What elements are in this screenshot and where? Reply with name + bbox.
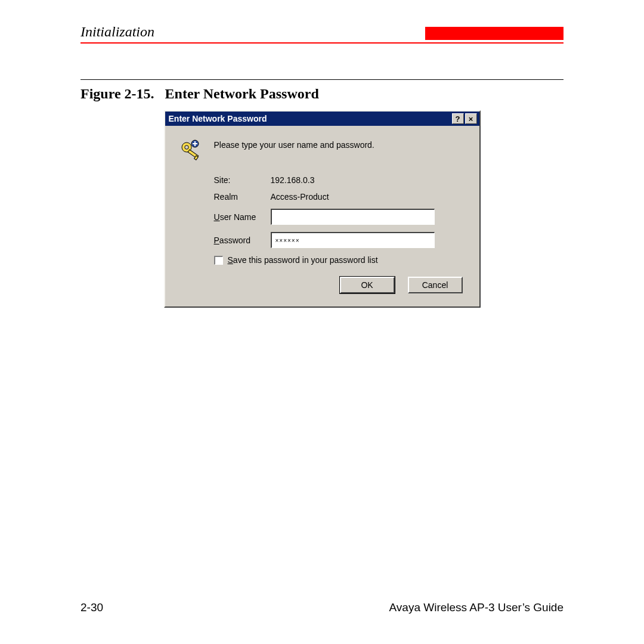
username-label: User Name: [214, 212, 271, 222]
password-label: Password: [214, 236, 271, 245]
password-input[interactable]: [271, 232, 435, 248]
dialog-instruction: Please type your user name and password.: [214, 139, 374, 150]
header-accent-bar: [425, 27, 564, 40]
close-button[interactable]: ×: [465, 113, 477, 124]
figure-title: Enter Network Password: [165, 86, 319, 101]
site-value: 192.168.0.3: [271, 175, 315, 185]
save-password-label: Save this password in your password list: [228, 255, 378, 265]
svg-rect-6: [194, 141, 196, 146]
help-button[interactable]: ?: [452, 113, 464, 124]
realm-label: Realm: [214, 192, 271, 202]
save-password-checkbox[interactable]: [214, 256, 223, 265]
cancel-button[interactable]: Cancel: [408, 277, 463, 293]
dialog-titlebar[interactable]: Enter Network Password ? ×: [165, 112, 479, 126]
network-password-dialog: Enter Network Password ? ×: [164, 110, 481, 308]
figure-rule: [80, 79, 564, 80]
site-label: Site:: [214, 175, 271, 185]
dialog-title: Enter Network Password: [169, 114, 267, 123]
guide-title: Avaya Wireless AP-3 User’s Guide: [389, 601, 564, 614]
page-number: 2-30: [80, 601, 103, 614]
ok-button[interactable]: OK: [340, 277, 395, 293]
key-icon: [179, 139, 203, 165]
figure-label: Figure 2-15.: [80, 86, 154, 101]
section-title: Initialization: [80, 24, 154, 40]
username-input[interactable]: [271, 209, 435, 225]
header-rule: [80, 42, 564, 44]
svg-point-1: [184, 145, 188, 149]
realm-value: Access-Product: [271, 192, 329, 202]
figure-caption: Figure 2-15.Enter Network Password: [80, 86, 564, 102]
